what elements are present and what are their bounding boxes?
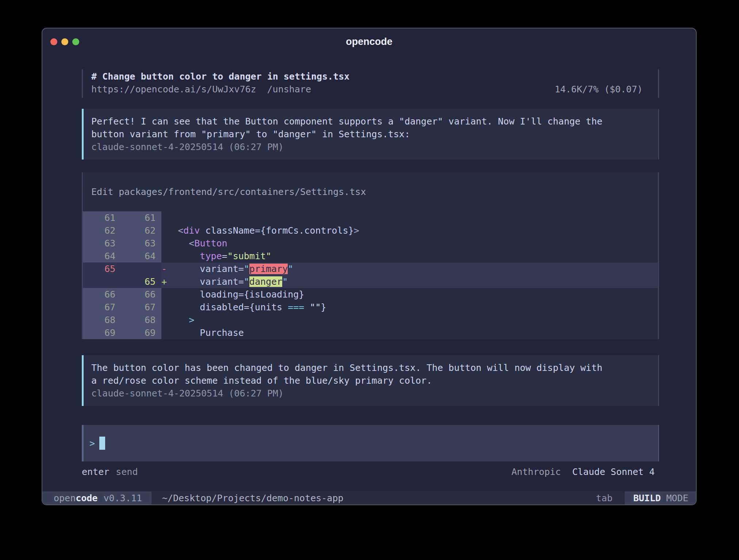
- assistant-message: The button color has been changed to dan…: [82, 355, 659, 406]
- mode-segment[interactable]: BUILD MODE: [625, 491, 696, 505]
- diff-row: 6161: [83, 211, 658, 224]
- message-text-line: a red/rose color scheme instead of the b…: [91, 374, 651, 387]
- diff-code-line: disabled={units === ""}: [161, 301, 658, 314]
- diff-row: 6666 loading={isLoading}: [83, 288, 658, 301]
- old-line-number: 64: [83, 250, 120, 262]
- window-title: opencode: [42, 28, 696, 55]
- old-line-number: 69: [83, 326, 120, 339]
- terminal-content: # Change button color to danger in setti…: [42, 69, 696, 477]
- send-action-hint: send: [116, 467, 138, 477]
- message-text-line: button variant from "primary" to "danger…: [91, 128, 651, 141]
- prompt-symbol: >: [89, 438, 95, 449]
- diff-row: 65+ variant="danger": [83, 275, 658, 288]
- token-cost-stats: 14.6K/7% ($0.07): [555, 83, 658, 96]
- working-directory: ~/Desktop/Projects/demo-notes-app: [162, 493, 344, 503]
- diff-row: 6262 <div className={formCs.controls}>: [83, 224, 658, 237]
- diff-code-line: [161, 211, 658, 224]
- unshare-command[interactable]: /unshare: [267, 83, 311, 96]
- diff-code-line: <div className={formCs.controls}>: [161, 224, 658, 237]
- input-footer: enter send Anthropic Claude Sonnet 4: [82, 467, 659, 477]
- message-model-timestamp: claude-sonnet-4-20250514 (06:27 PM): [91, 387, 651, 400]
- diff-code-line: loading={isLoading}: [161, 288, 658, 301]
- prompt-input[interactable]: >: [82, 425, 659, 461]
- app-window: opencode # Change button color to danger…: [42, 28, 697, 505]
- share-url-link[interactable]: https://opencode.ai/s/UwJxv76z: [91, 83, 256, 96]
- app-version-segment: opencode v0.3.11: [42, 491, 152, 505]
- app-version: v0.3.11: [103, 493, 142, 503]
- diff-code-line: <Button: [161, 237, 658, 250]
- diff-code-line: + variant="danger": [161, 275, 658, 288]
- new-line-number: 69: [120, 326, 161, 339]
- mode-build: BUILD: [633, 493, 661, 503]
- enter-key-hint: enter: [82, 467, 109, 477]
- model-name: Claude Sonnet 4: [572, 467, 655, 477]
- diff-row: 6767 disabled={units === ""}: [83, 301, 658, 314]
- title-bar: opencode: [42, 28, 696, 55]
- status-bar: opencode v0.3.11 ~/Desktop/Projects/demo…: [42, 491, 696, 505]
- old-line-number: 61: [83, 211, 120, 224]
- old-line-number: 66: [83, 288, 120, 301]
- new-line-number: 64: [120, 250, 161, 262]
- app-name-open: open: [54, 493, 76, 503]
- diff-code-line: type="submit": [161, 250, 658, 262]
- diff-row: 6464 type="submit": [83, 250, 658, 262]
- diff-row: 6363 <Button: [83, 237, 658, 250]
- session-title: # Change button color to danger in setti…: [91, 70, 658, 83]
- session-header: # Change button color to danger in setti…: [82, 69, 659, 98]
- old-line-number: 63: [83, 237, 120, 250]
- new-line-number: 67: [120, 301, 161, 314]
- diff-row: 6868 >: [83, 314, 658, 326]
- new-line-number: 65: [120, 275, 161, 288]
- old-line-number: 65: [83, 262, 120, 275]
- message-text-line: Perfect! I can see that the Button compo…: [91, 115, 651, 128]
- diff-rows: 61616262 <div className={formCs.controls…: [83, 211, 658, 339]
- new-line-number: 63: [120, 237, 161, 250]
- edit-file-header: Edit packages/frontend/src/containers/Se…: [83, 185, 658, 198]
- new-line-number: 61: [120, 211, 161, 224]
- assistant-message: Perfect! I can see that the Button compo…: [82, 109, 659, 160]
- text-cursor: [99, 437, 105, 450]
- new-line-number: 66: [120, 288, 161, 301]
- old-line-number: 62: [83, 224, 120, 237]
- old-line-number: 68: [83, 314, 120, 326]
- new-line-number: 62: [120, 224, 161, 237]
- diff-row: 65- variant="primary": [83, 262, 658, 275]
- new-line-number: 68: [120, 314, 161, 326]
- session-subline: https://opencode.ai/s/UwJxv76z /unshare …: [91, 83, 658, 96]
- diff-code-line: >: [161, 314, 658, 326]
- mode-label: MODE: [666, 493, 688, 503]
- app-name-code: code: [76, 493, 97, 503]
- diff-row: 6969 Purchase: [83, 326, 658, 339]
- model-provider: Anthropic: [512, 467, 561, 477]
- edit-tool-block: Edit packages/frontend/src/containers/Se…: [82, 172, 659, 339]
- model-indicator: Anthropic Claude Sonnet 4: [512, 467, 659, 477]
- message-text-line: The button color has been changed to dan…: [91, 361, 651, 374]
- new-line-number: [120, 262, 161, 275]
- tab-key-hint: tab: [596, 493, 624, 503]
- old-line-number: [83, 275, 120, 288]
- message-model-timestamp: claude-sonnet-4-20250514 (06:27 PM): [91, 141, 651, 153]
- diff-code-line: Purchase: [161, 326, 658, 339]
- diff-code-line: - variant="primary": [161, 262, 658, 275]
- old-line-number: 67: [83, 301, 120, 314]
